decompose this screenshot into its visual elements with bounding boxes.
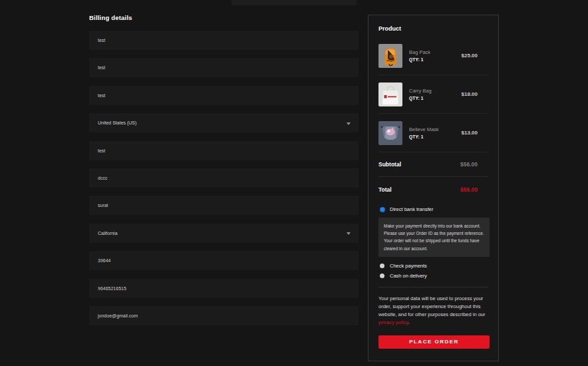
order-item-qty: QTY: 1	[409, 134, 462, 139]
chevron-down-icon	[347, 232, 351, 235]
order-item-name: Believe Mask	[409, 126, 462, 132]
billing-country-value: United States (US)	[98, 120, 136, 125]
believe-mask-image	[378, 121, 402, 145]
billing-phone-input[interactable]: 96465216515	[89, 279, 359, 298]
total-row: Total $56.00	[378, 177, 488, 202]
payment-option-check-payments[interactable]: Check payments	[378, 263, 488, 269]
order-item-name: Carry Bag	[409, 88, 462, 94]
billing-details-title: Billing details	[89, 14, 359, 21]
order-item-price: $25.00	[462, 53, 488, 59]
chevron-down-icon	[347, 122, 351, 125]
billing-state-select[interactable]: California	[89, 224, 359, 243]
radio-unselected-icon[interactable]	[380, 274, 384, 278]
billing-last-name-input[interactable]: test	[89, 58, 359, 77]
order-item-row: Believe Mask QTY: 1 $13.00	[378, 114, 488, 152]
order-item-qty: QTY: 1	[409, 57, 462, 62]
billing-details-section: Billing details test test test United St…	[89, 14, 359, 333]
order-item-info: Believe Mask QTY: 1	[409, 126, 462, 139]
billing-city-value: surat	[98, 203, 108, 208]
privacy-text: Your personal data will be used to proce…	[378, 295, 486, 317]
billing-postcode-input[interactable]: 39644	[89, 251, 359, 270]
billing-last-name-value: test	[98, 65, 105, 70]
total-label: Total	[378, 186, 392, 193]
order-item-row: Carry Bag QTY: 1 $18.00	[378, 75, 488, 114]
order-item-name: Bag Pack	[409, 49, 462, 55]
carry-bag-image	[378, 83, 402, 106]
privacy-policy-link[interactable]: privacy policy	[378, 319, 408, 325]
billing-email-value: jondoe@gmail.com	[98, 313, 138, 318]
order-item-info: Bag Pack QTY: 1	[409, 49, 462, 62]
order-summary-title: Product	[378, 25, 488, 32]
order-item-price: $18.00	[462, 91, 488, 97]
payment-option-label: Cash on delivery	[390, 273, 427, 279]
billing-phone-value: 96465216515	[98, 286, 126, 291]
subtotal-value: $56.00	[460, 161, 488, 168]
billing-email-input[interactable]: jondoe@gmail.com	[89, 306, 359, 325]
billing-postcode-value: 39644	[98, 258, 110, 263]
panel-divider	[378, 287, 488, 287]
payment-option-label: Direct bank transfer	[390, 206, 433, 212]
payment-option-label: Check payments	[390, 263, 427, 269]
radio-selected-icon[interactable]	[380, 207, 385, 212]
billing-state-value: California	[98, 231, 118, 236]
privacy-text-period: .	[408, 319, 409, 325]
billing-country-select[interactable]: United States (US)	[89, 113, 359, 132]
billing-street-address-value: test	[98, 148, 105, 153]
radio-unselected-icon[interactable]	[380, 264, 384, 268]
payment-option-direct-bank-transfer[interactable]: Direct bank transfer	[378, 206, 488, 212]
order-item-info: Carry Bag QTY: 1	[409, 88, 462, 100]
billing-street-address-input[interactable]: test	[89, 141, 359, 160]
billing-city-input[interactable]: surat	[89, 196, 359, 215]
top-cropped-element	[231, 0, 357, 5]
subtotal-row: Subtotal $56.00	[378, 152, 488, 177]
billing-company-value: test	[98, 93, 105, 98]
place-order-button[interactable]: PLACE ORDER	[378, 335, 490, 349]
order-summary-panel: Product Bag Pack QTY: 1 $25.00	[368, 15, 499, 361]
billing-apartment-value: dccc	[98, 176, 107, 180]
bag-pack-image	[378, 44, 402, 68]
billing-apartment-input[interactable]: dccc	[89, 168, 359, 188]
billing-first-name-value: test	[98, 38, 105, 43]
total-value: $56.00	[460, 186, 488, 193]
billing-first-name-input[interactable]: test	[89, 31, 359, 50]
order-item-price: $13.00	[462, 130, 488, 136]
privacy-notice: Your personal data will be used to proce…	[378, 295, 490, 327]
bank-transfer-description: Make your payment directly into our bank…	[378, 218, 490, 257]
order-item-qty: QTY: 1	[409, 96, 462, 100]
payment-option-cash-on-delivery[interactable]: Cash on delivery	[378, 273, 488, 279]
billing-company-input[interactable]: test	[89, 86, 359, 105]
subtotal-label: Subtotal	[378, 161, 401, 168]
order-item-row: Bag Pack QTY: 1 $25.00	[378, 37, 488, 75]
